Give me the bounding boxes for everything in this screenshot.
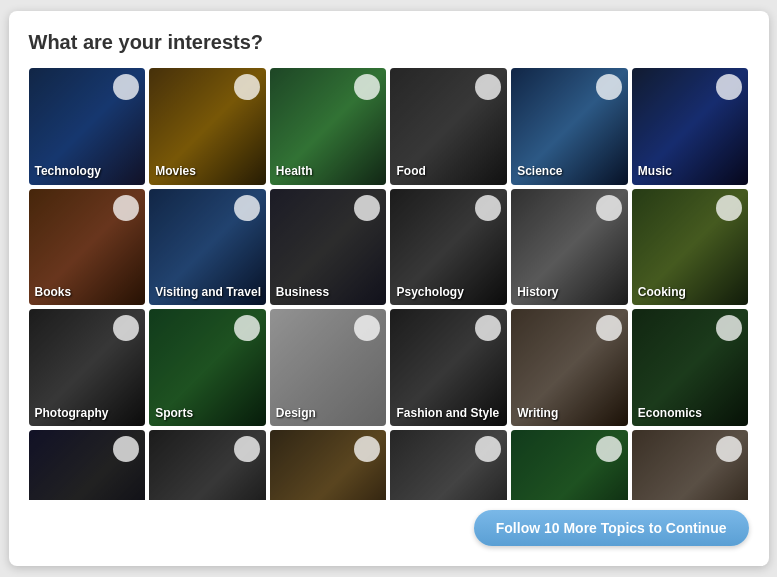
topic-card-row4f[interactable]: Culture (632, 430, 749, 500)
topic-label-psychology: Psychology (396, 285, 463, 299)
modal-footer: Follow 10 More Topics to Continue (29, 500, 749, 546)
topic-label-economics: Economics (638, 406, 702, 420)
topic-label-history: History (517, 285, 558, 299)
topic-select-circle-visiting-travel[interactable] (234, 195, 260, 221)
topic-select-circle-cooking[interactable] (716, 195, 742, 221)
topic-label-cooking: Cooking (638, 285, 686, 299)
topic-select-circle-writing[interactable] (596, 315, 622, 341)
topics-grid-container: TechnologyMoviesHealthFoodScienceMusicBo… (29, 68, 749, 500)
topic-label-sports: Sports (155, 406, 193, 420)
topic-select-circle-row4a[interactable] (113, 436, 139, 462)
topic-select-circle-books[interactable] (113, 195, 139, 221)
topic-label-books: Books (35, 285, 72, 299)
topic-card-psychology[interactable]: Psychology (390, 189, 507, 306)
topic-card-movies[interactable]: Movies (149, 68, 266, 185)
topic-select-circle-science[interactable] (596, 74, 622, 100)
topic-card-history[interactable]: History (511, 189, 628, 306)
topic-label-business: Business (276, 285, 329, 299)
topic-card-food[interactable]: Food (390, 68, 507, 185)
topic-label-health: Health (276, 164, 313, 178)
topic-card-row4b[interactable]: Philosophy (149, 430, 266, 500)
topic-select-circle-sports[interactable] (234, 315, 260, 341)
topic-select-circle-technology[interactable] (113, 74, 139, 100)
topic-label-science: Science (517, 164, 562, 178)
topic-select-circle-row4d[interactable] (475, 436, 501, 462)
modal-title: What are your interests? (29, 31, 749, 54)
topic-select-circle-movies[interactable] (234, 74, 260, 100)
topic-card-row4d[interactable]: Art (390, 430, 507, 500)
topic-card-marketing[interactable]: Marketing (511, 430, 628, 500)
topic-label-design: Design (276, 406, 316, 420)
follow-button[interactable]: Follow 10 More Topics to Continue (474, 510, 749, 546)
topic-label-food: Food (396, 164, 425, 178)
topic-label-technology: Technology (35, 164, 101, 178)
topic-card-fashion-style[interactable]: Fashion and Style (390, 309, 507, 426)
topic-select-circle-marketing[interactable] (596, 436, 622, 462)
topic-card-cooking[interactable]: Cooking (632, 189, 749, 306)
topic-select-circle-history[interactable] (596, 195, 622, 221)
topic-label-fashion-style: Fashion and Style (396, 406, 499, 420)
topic-select-circle-row4b[interactable] (234, 436, 260, 462)
topic-label-movies: Movies (155, 164, 196, 178)
topic-card-books[interactable]: Books (29, 189, 146, 306)
topic-card-music[interactable]: Music (632, 68, 749, 185)
topic-card-row4a[interactable]: Mathematics (29, 430, 146, 500)
topics-grid: TechnologyMoviesHealthFoodScienceMusicBo… (29, 68, 749, 500)
topic-label-music: Music (638, 164, 672, 178)
topic-card-sports[interactable]: Sports (149, 309, 266, 426)
topic-label-writing: Writing (517, 406, 558, 420)
topic-card-business[interactable]: Business (270, 189, 387, 306)
topic-card-technology[interactable]: Technology (29, 68, 146, 185)
topic-select-circle-business[interactable] (354, 195, 380, 221)
topic-select-circle-food[interactable] (475, 74, 501, 100)
topic-card-health[interactable]: Health (270, 68, 387, 185)
topic-card-economics[interactable]: Economics (632, 309, 749, 426)
interests-modal: What are your interests? TechnologyMovie… (9, 11, 769, 566)
topic-card-design[interactable]: Design (270, 309, 387, 426)
topic-card-visiting-travel[interactable]: Visiting and Travel (149, 189, 266, 306)
topic-card-writing[interactable]: Writing (511, 309, 628, 426)
topic-select-circle-psychology[interactable] (475, 195, 501, 221)
topic-label-visiting-travel: Visiting and Travel (155, 285, 261, 299)
topic-card-photography[interactable]: Photography (29, 309, 146, 426)
topic-card-science[interactable]: Science (511, 68, 628, 185)
topic-label-photography: Photography (35, 406, 109, 420)
topic-card-row4c[interactable]: Law (270, 430, 387, 500)
